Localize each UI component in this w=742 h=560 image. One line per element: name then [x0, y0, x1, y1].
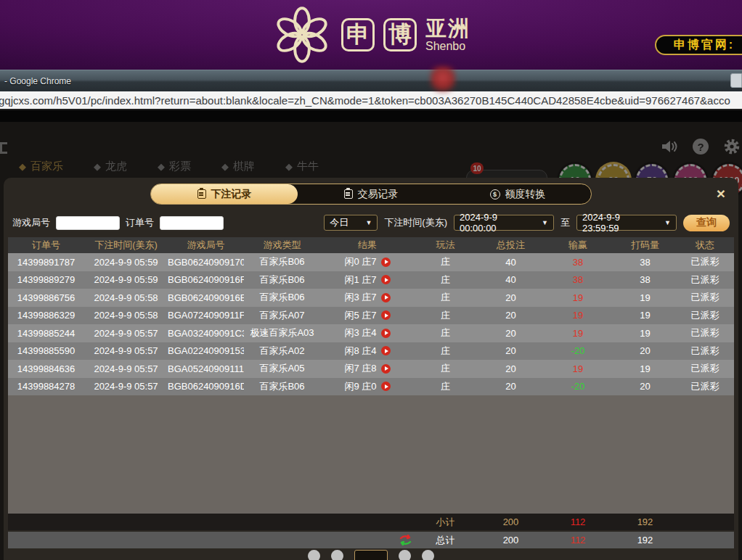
- cell-winloss: -20: [545, 345, 611, 356]
- brand-wordmark: 亚洲 Shenbo: [425, 18, 470, 52]
- close-icon[interactable]: ×: [717, 186, 725, 201]
- cell-total-bet: 40: [476, 257, 545, 268]
- pagination: [8, 550, 734, 560]
- pagination-dot[interactable]: [308, 550, 320, 560]
- window-control[interactable]: [730, 73, 742, 88]
- page-number-box[interactable]: [354, 550, 388, 560]
- replay-icon[interactable]: [381, 382, 391, 391]
- cell-order: 14399891787: [8, 257, 84, 268]
- table-row: 14399886329 2024-9-9 05:58 BGA0724090911…: [8, 307, 734, 325]
- dragon-tiger-icon: ◆: [94, 161, 101, 172]
- pagination-dot[interactable]: [422, 550, 434, 560]
- official-site-button[interactable]: 申博官网:: [655, 35, 742, 55]
- end-time-select[interactable]: 2024-9-9 23:59:59 ▼: [576, 215, 677, 231]
- table-row: 14399891787 2024-9-9 05:59 BGB0624090917…: [8, 253, 734, 271]
- address-bar[interactable]: gqjcxs.com/h5V01/pc/index.html?return=ab…: [0, 91, 742, 110]
- cell-game-round: BGA0724090911F: [168, 310, 244, 321]
- cell-status: 已派彩: [680, 255, 730, 268]
- cell-playtype: 庄: [415, 326, 476, 339]
- cell-bet-time: 2024-9-9 05:57: [84, 363, 168, 374]
- cell-total-bet: 20: [476, 381, 545, 392]
- cell-status: 已派彩: [680, 291, 730, 304]
- bet-records-modal: × 下注记录 交易记录 额度转换 游戏局号 订单号 今日: [4, 178, 738, 560]
- replay-icon[interactable]: [381, 310, 391, 320]
- cell-game-type: 百家乐B06: [244, 380, 320, 393]
- sound-icon[interactable]: [661, 139, 678, 155]
- transaction-records-icon: [344, 189, 353, 199]
- cell-status: 已派彩: [680, 273, 730, 287]
- order-number-input[interactable]: [160, 216, 224, 230]
- replay-icon[interactable]: [381, 364, 391, 374]
- start-time-select[interactable]: 2024-9-9 00:00:00 ▼: [454, 215, 554, 231]
- brand-logo: 申 博 亚洲 Shenbo: [272, 4, 470, 65]
- cell-playtype: 庄: [415, 345, 476, 358]
- cell-game-round: BGB0624090916F: [168, 274, 244, 285]
- total-row: 总计 200 112 192: [8, 532, 734, 548]
- cell-result: 闲7 庄8: [320, 362, 415, 375]
- tab-bet-records[interactable]: 下注记录: [151, 184, 298, 204]
- cell-game-round: BGB06240909170: [168, 257, 244, 268]
- cell-order: 14399889279: [8, 274, 84, 285]
- cell-total-bet: 40: [476, 274, 545, 285]
- subtotal-row: 小计 200 112 192: [8, 514, 734, 530]
- brand-name: Shenbo: [425, 41, 470, 52]
- settings-gear-icon[interactable]: [723, 138, 741, 155]
- replay-icon[interactable]: [381, 258, 391, 267]
- cell-result: 闲3 庄4: [320, 326, 415, 339]
- cell-bet-time: 2024-9-9 05:59: [84, 257, 168, 268]
- cell-winloss: 19: [545, 292, 611, 303]
- cell-playtype: 庄: [415, 273, 476, 287]
- cell-total-bet: 20: [476, 292, 545, 303]
- subtotal-label: 小计: [415, 516, 476, 529]
- nav-item-cards[interactable]: ◆棋牌: [221, 160, 255, 173]
- game-round-label: 游戏局号: [12, 216, 50, 229]
- replay-icon[interactable]: [381, 293, 391, 302]
- bet-time-label: 下注时间(美东): [384, 216, 447, 229]
- to-label: 至: [560, 216, 570, 229]
- cell-order: 14399885590: [8, 345, 84, 356]
- cell-order: 14399885244: [8, 328, 84, 339]
- pagination-dot[interactable]: [399, 550, 411, 560]
- nav-item-lottery[interactable]: ◆彩票: [158, 160, 191, 173]
- cell-total-bet: 20: [476, 328, 545, 339]
- cell-result: 闲9 庄0: [320, 380, 415, 393]
- bet-records-table: 订单号 下注时间(美东) 游戏局号 游戏类型 结果 玩法 总投注 输赢 打码量 …: [8, 237, 734, 560]
- search-button[interactable]: 查询: [683, 215, 730, 231]
- cell-status: 已派彩: [680, 309, 730, 322]
- url-text[interactable]: gqjcxs.com/h5V01/pc/index.html?return=ab…: [0, 91, 742, 110]
- cell-bet-time: 2024-9-9 05:58: [84, 310, 168, 321]
- window-title: - Google Chrome: [4, 70, 71, 92]
- cards-icon: ◆: [221, 161, 229, 172]
- chevron-down-icon: ▼: [664, 219, 671, 226]
- game-round-input[interactable]: [56, 216, 120, 230]
- nav-item-dragon-tiger[interactable]: ◆龙虎: [94, 160, 127, 173]
- cell-winloss: 19: [545, 328, 611, 339]
- date-range-select[interactable]: 今日 ▼: [324, 215, 378, 231]
- table-row: 14399884636 2024-9-9 05:57 BGA0524090911…: [8, 360, 734, 378]
- tab-credit-transfer[interactable]: 额度转换: [444, 184, 591, 204]
- total-winloss: 112: [545, 535, 611, 545]
- tab-transaction-records[interactable]: 交易记录: [298, 184, 444, 204]
- pagination-dot[interactable]: [331, 550, 343, 560]
- cell-playtype: 庄: [415, 309, 476, 322]
- order-number-label: 订单号: [126, 216, 154, 229]
- help-icon[interactable]: ?: [693, 139, 709, 155]
- brand-char-shen: 申: [341, 18, 375, 52]
- nav-item-baccarat[interactable]: ◆百家乐: [19, 160, 63, 173]
- nav-item-niuniu[interactable]: ◆牛牛: [285, 160, 319, 173]
- cell-game-round: BGB0624090916E: [168, 292, 244, 303]
- replay-icon[interactable]: [381, 329, 391, 338]
- notification-glow: [430, 65, 456, 94]
- table-empty-area: [8, 395, 734, 514]
- divider: [0, 110, 742, 122]
- cell-playtype: 庄: [415, 291, 476, 304]
- filter-bar: 游戏局号 订单号 今日 ▼ 下注时间(美东) 2024-9-9 00:00:00…: [12, 214, 730, 231]
- replay-icon[interactable]: [381, 346, 391, 355]
- refresh-swap-icon[interactable]: [399, 535, 412, 545]
- panel-handle: [0, 142, 7, 154]
- modal-tabs: 下注记录 交易记录 额度转换: [150, 184, 592, 205]
- window-titlebar[interactable]: - Google Chrome: [0, 70, 742, 91]
- replay-icon[interactable]: [381, 275, 391, 284]
- cell-winloss: 38: [545, 274, 611, 285]
- total-turnover: 192: [611, 535, 680, 545]
